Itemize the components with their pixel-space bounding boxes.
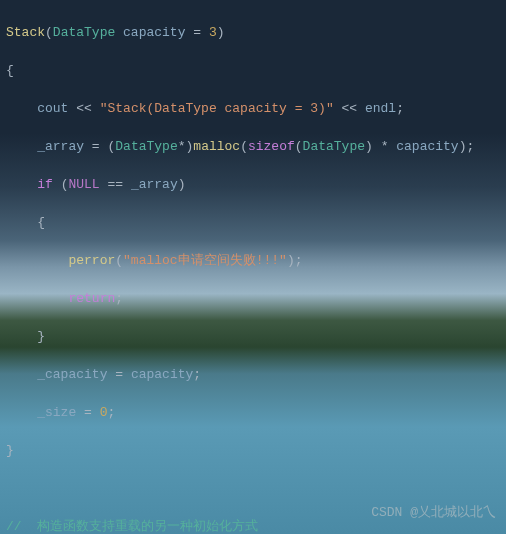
code-line: _size = 0; [6,403,500,422]
string-literal: "Stack(DataType capacity = 3)" [100,101,334,116]
code-line: { [6,213,500,232]
code-line: } [6,441,500,460]
code-line: _array = (DataType*)malloc(sizeof(DataTy… [6,137,500,156]
code-line: _capacity = capacity; [6,365,500,384]
code-line: } [6,327,500,346]
comment: // 构造函数支持重载的另一种初始化方式 [6,519,258,534]
code-line: cout << "Stack(DataType capacity = 3)" <… [6,99,500,118]
code-line: if (NULL == _array) [6,175,500,194]
code-line: perror("malloc申请空间失败!!!"); [6,251,500,270]
function-name: Stack [6,25,45,40]
code-line: return; [6,289,500,308]
watermark-text: CSDN @乂北城以北乀 [371,503,496,522]
code-line [6,479,500,498]
type-name: DataType [53,25,115,40]
code-editor: Stack(DataType capacity = 3) { cout << "… [0,0,506,534]
code-line: { [6,61,500,80]
code-line: Stack(DataType capacity = 3) [6,23,500,42]
